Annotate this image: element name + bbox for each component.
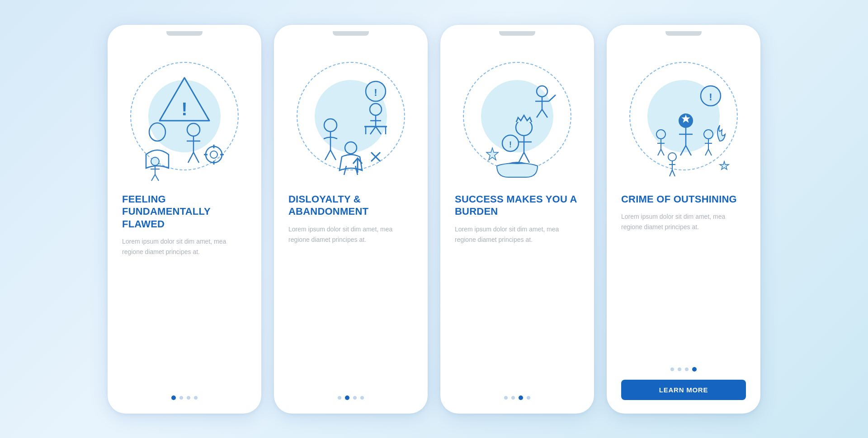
svg-point-61 [656,130,665,139]
svg-line-65 [661,149,664,155]
card-4-body: Lorem ipsum dolor sit dim amet, mea regi… [607,205,760,232]
dot-1-3 [187,396,190,400]
illustration-2: ! [288,44,414,188]
svg-line-32 [330,150,336,160]
svg-line-50 [549,95,556,101]
card-2-title: DISLOYALTY & ABANDONMENT [274,193,428,218]
card-1-title: FEELING FUNDAMENTALLY FLAWED [108,193,261,231]
card-3-title: SUCCESS MAKES YOU A BURDEN [440,193,594,218]
illustration-1: ! [121,44,248,188]
svg-line-42 [519,152,524,163]
svg-point-29 [324,119,337,132]
dot-2-3 [353,396,357,400]
card-1-body: Lorem ipsum dolor sit dim amet, mea regi… [108,230,261,257]
svg-line-75 [672,170,675,176]
svg-point-47 [537,86,547,97]
card-3-dots [440,386,594,400]
svg-point-33 [345,142,357,154]
illustration-3: ! [454,44,580,188]
dot-2-1 [338,396,341,400]
svg-line-69 [705,149,708,155]
svg-illustration-2: ! [288,51,414,182]
cards-container: ! [90,7,778,432]
svg-line-52 [542,109,547,118]
svg-line-64 [658,149,661,155]
illustration-4: ! [620,44,747,188]
svg-marker-76 [720,161,729,170]
phone-card-4: ! [607,25,760,414]
phone-notch [166,31,203,36]
dot-1-2 [179,396,183,400]
dot-1-4 [194,396,198,400]
svg-point-9 [210,151,217,158]
svg-illustration-3: ! [454,51,580,182]
svg-line-6 [188,152,193,163]
svg-marker-46 [486,148,498,160]
svg-point-14 [151,157,159,165]
svg-point-8 [206,146,222,163]
svg-point-21 [370,104,382,115]
svg-line-7 [193,152,199,163]
dot-4-1 [670,367,674,371]
phone-notch-4 [665,31,702,36]
phone-notch-3 [499,31,535,36]
card-4-title: CRIME OF OUTSHINING [607,193,760,206]
dot-1-1 [171,396,176,400]
dot-4-2 [678,367,681,371]
dot-2-2 [345,396,349,400]
svg-point-2 [149,123,165,141]
card-3-body: Lorem ipsum dolor sit dim amet, mea regi… [440,218,594,245]
svg-line-31 [325,150,330,160]
dot-2-4 [360,396,364,400]
dot-3-4 [527,396,530,400]
card-2-body: Lorem ipsum dolor sit dim amet, mea regi… [274,218,428,245]
svg-line-74 [670,170,672,176]
svg-line-24 [370,127,376,134]
svg-illustration-1: ! [121,51,248,182]
svg-text:!: ! [374,87,377,98]
svg-text:!: ! [709,91,712,103]
svg-point-71 [668,153,676,161]
svg-line-70 [708,149,712,155]
svg-line-34 [344,166,346,175]
card-1-dots [108,386,261,400]
dot-3-2 [511,396,515,400]
dot-4-4 [692,367,697,372]
svg-line-17 [151,174,155,181]
card-4-dots [607,357,760,372]
svg-line-43 [524,152,529,163]
svg-line-59 [680,146,686,155]
svg-line-18 [155,174,159,181]
svg-text:!: ! [509,140,512,149]
svg-point-66 [704,130,713,139]
learn-more-button[interactable]: LEARN MORE [621,380,746,400]
svg-illustration-4: ! [620,51,747,182]
dot-4-3 [685,367,689,371]
svg-point-3 [187,123,200,136]
svg-line-25 [376,127,381,134]
svg-text:!: ! [181,99,187,119]
card-2-dots [274,386,428,400]
dot-3-3 [519,396,523,400]
phone-card-3: ! SUCCESS MAKES YOU A BURDEN Lorem ipsum… [440,25,594,414]
phone-notch-2 [333,31,369,36]
svg-line-51 [537,109,542,118]
phone-card-2: ! [274,25,428,414]
svg-line-60 [686,146,691,155]
dot-3-1 [504,396,508,400]
phone-card-1: ! [108,25,261,414]
